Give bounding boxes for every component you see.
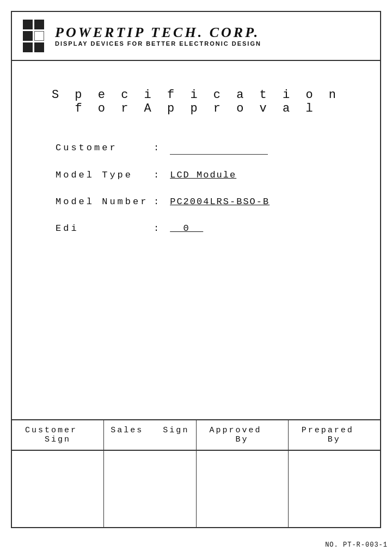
sig-body-sales	[104, 451, 196, 527]
customer-value	[170, 143, 268, 155]
signature-table: Customer Sign Sales Sign Approved By Pre…	[12, 420, 380, 527]
customer-colon: :	[154, 143, 159, 153]
sig-header-prepared: Prepared By	[289, 420, 380, 450]
edi-label: Edi	[56, 223, 154, 234]
logo-block-3	[23, 31, 33, 41]
logo-block-1	[23, 20, 33, 29]
model-type-value: LCD Module	[170, 170, 268, 181]
edi-value: 0	[170, 223, 268, 235]
customer-label: Customer	[56, 143, 154, 153]
footer: NO. PT-R-003-1	[0, 539, 392, 551]
outer-border: POWERTIP TECH. CORP. DISPLAY DEVICES FOR…	[11, 11, 381, 528]
company-tagline: DISPLAY DEVICES FOR BETTER ELECTRONIC DE…	[55, 40, 261, 47]
logo-block-2	[34, 20, 44, 29]
model-number-colon: :	[154, 197, 159, 207]
page: POWERTIP TECH. CORP. DISPLAY DEVICES FOR…	[0, 0, 392, 551]
model-type-label: Model Type	[56, 170, 154, 180]
spec-title: S p e c i f i c a t i o n f o r A p p r …	[45, 88, 347, 115]
field-model-number: Model Number : PC2004LRS-BSO-B	[56, 197, 347, 208]
sig-header-row: Customer Sign Sales Sign Approved By Pre…	[12, 420, 380, 451]
sig-body-row	[12, 451, 380, 527]
logo-row-3	[23, 42, 44, 52]
sig-header-sales: Sales Sign	[104, 420, 196, 450]
company-name: POWERTIP TECH. CORP.	[55, 25, 261, 41]
header-section: POWERTIP TECH. CORP. DISPLAY DEVICES FOR…	[12, 12, 380, 61]
edi-colon: :	[154, 223, 159, 234]
sig-header-customer: Customer Sign	[12, 420, 104, 450]
logo-row-1	[23, 20, 44, 29]
logo-block-6	[34, 42, 44, 52]
model-number-value: PC2004LRS-BSO-B	[170, 197, 270, 208]
logo-block-4	[34, 31, 44, 41]
sig-body-approved	[197, 451, 289, 527]
field-customer: Customer :	[56, 143, 347, 155]
sig-body-customer	[12, 451, 104, 527]
logo-row-2	[23, 31, 44, 41]
model-type-colon: :	[154, 170, 159, 180]
form-fields: Customer : Model Type : LCD Module Model…	[45, 143, 347, 235]
field-model-type: Model Type : LCD Module	[56, 170, 347, 181]
company-info: POWERTIP TECH. CORP. DISPLAY DEVICES FOR…	[55, 25, 261, 47]
doc-number: NO. PT-R-003-1	[325, 541, 388, 549]
main-section: S p e c i f i c a t i o n f o r A p p r …	[12, 61, 380, 420]
logo-block-5	[23, 42, 33, 52]
sig-header-approved: Approved By	[197, 420, 289, 450]
field-edi: Edi : 0	[56, 223, 347, 235]
sig-body-prepared	[289, 451, 380, 527]
company-logo	[23, 20, 44, 52]
model-number-label: Model Number	[56, 197, 154, 207]
